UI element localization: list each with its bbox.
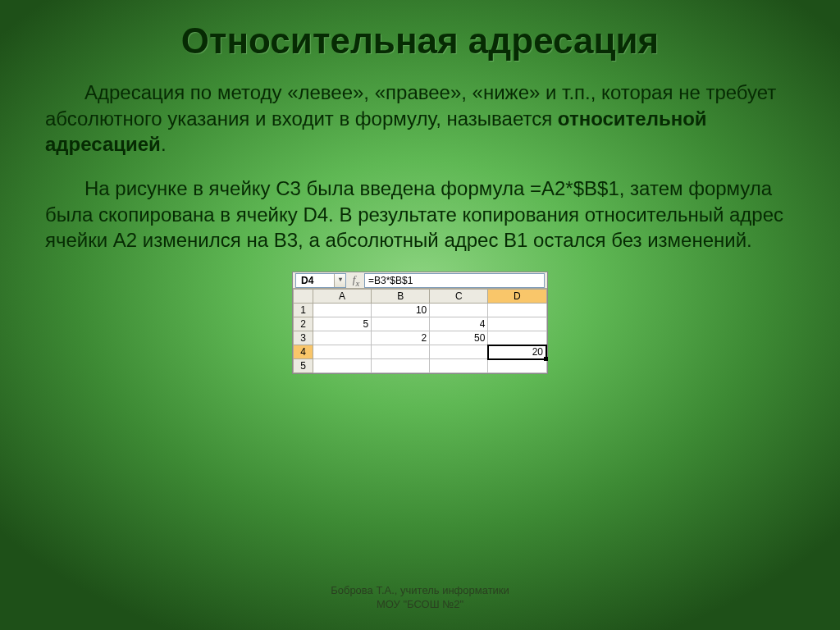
row-2[interactable]: 2 [294, 317, 313, 331]
col-D[interactable]: D [488, 290, 546, 304]
row-3[interactable]: 3 [294, 331, 313, 345]
cell-B2[interactable] [372, 317, 430, 331]
row-4[interactable]: 4 [294, 345, 313, 359]
cell-B1[interactable]: 10 [372, 304, 430, 317]
fx-icon[interactable]: fx [348, 273, 364, 288]
col-B[interactable]: B [372, 290, 430, 304]
slide-title: Относительная адресация [0, 0, 840, 62]
body-text: Адресация по методу «левее», «правее», «… [0, 62, 840, 253]
cell-B5[interactable] [372, 359, 430, 373]
paragraph-1: Адресация по методу «левее», «правее», «… [45, 80, 795, 158]
cell-B3[interactable]: 2 [372, 331, 430, 345]
cell-A3[interactable] [313, 331, 372, 345]
row-5[interactable]: 5 [294, 359, 313, 373]
cell-B4[interactable] [372, 345, 430, 359]
footer: Боброва Т.А., учитель информатики МОУ "Б… [0, 584, 840, 612]
cell-A4[interactable] [313, 345, 372, 359]
cell-D4[interactable]: 20 [488, 345, 546, 359]
formula-field[interactable]: =B3*$B$1 [364, 273, 545, 288]
p1-end: . [161, 133, 167, 155]
cell-D2[interactable] [488, 317, 546, 331]
spreadsheet-figure: D4 ▾ fx =B3*$B$1 A B C D 1 10 2 5 4 3 [292, 272, 548, 374]
dropdown-icon[interactable]: ▾ [334, 274, 345, 287]
grid: A B C D 1 10 2 5 4 3 2 50 4 [293, 289, 547, 373]
col-A[interactable]: A [313, 290, 372, 304]
select-all-corner[interactable] [294, 290, 313, 304]
cell-D1[interactable] [488, 304, 546, 317]
cell-D3[interactable] [488, 331, 546, 345]
cell-C2[interactable]: 4 [430, 317, 488, 331]
footer-line-2: МОУ "БСОШ №2" [0, 598, 840, 612]
col-C[interactable]: C [430, 290, 488, 304]
cell-D5[interactable] [488, 359, 546, 373]
cell-A5[interactable] [313, 359, 372, 373]
name-box-value: D4 [301, 275, 313, 286]
row-1[interactable]: 1 [294, 304, 313, 317]
cell-C1[interactable] [430, 304, 488, 317]
name-box[interactable]: D4 ▾ [295, 273, 346, 288]
cell-A1[interactable] [313, 304, 372, 317]
cell-C3[interactable]: 50 [430, 331, 488, 345]
cell-C4[interactable] [430, 345, 488, 359]
cell-C5[interactable] [430, 359, 488, 373]
footer-line-1: Боброва Т.А., учитель информатики [0, 584, 840, 598]
formula-bar: D4 ▾ fx =B3*$B$1 [293, 272, 547, 289]
paragraph-2: На рисунке в ячейку С3 была введена форм… [45, 176, 795, 253]
cell-A2[interactable]: 5 [313, 317, 372, 331]
